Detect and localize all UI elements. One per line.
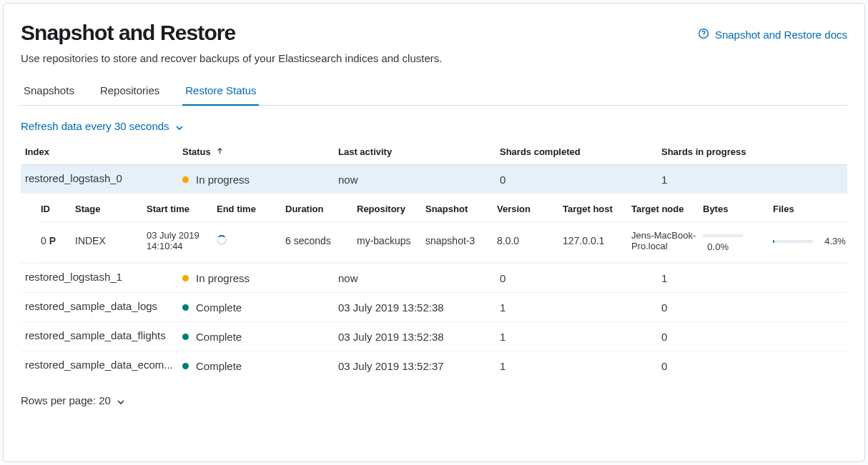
dth-end-time: End time	[217, 204, 285, 214]
row-detail-panel: ID Stage Start time End time Duration Re…	[21, 194, 847, 264]
shards-in-progress: 0	[661, 301, 822, 314]
page-subtitle: Use repositories to store and recover ba…	[21, 52, 442, 64]
shards-completed: 1	[500, 301, 661, 314]
status-dot-icon	[182, 363, 189, 369]
index-name: restored_logstash_1	[25, 271, 122, 283]
th-status[interactable]: Status	[182, 146, 338, 157]
status-dot-icon	[182, 334, 189, 340]
status-dot-icon	[182, 304, 189, 311]
index-name: restored_sample_data_logs	[25, 300, 157, 312]
th-index[interactable]: Index	[21, 146, 182, 157]
chevron-down-icon	[175, 122, 184, 131]
last-activity: now	[338, 174, 500, 186]
page-header: Snapshot and Restore Use repositories to…	[21, 21, 847, 77]
index-name: restored_logstash_0	[25, 172, 122, 184]
dth-id: ID	[41, 204, 75, 214]
bytes-percent: 0.0%	[703, 241, 729, 252]
shards-in-progress: 1	[661, 272, 822, 284]
shards-in-progress: 0	[661, 360, 822, 372]
last-activity: 03 July 2019 13:52:37	[338, 360, 500, 372]
rows-per-page-label: Rows per page: 20	[21, 394, 111, 406]
tab-repositories[interactable]: Repositories	[97, 77, 162, 105]
shard-duration: 6 seconds	[285, 235, 357, 246]
refresh-interval-label: Refresh data every 30 seconds	[21, 120, 169, 132]
index-name: restored_sample_data_flights	[25, 329, 166, 341]
dth-start-time: Start time	[147, 204, 217, 214]
chevron-down-icon	[117, 396, 125, 405]
shards-completed: 0	[500, 272, 661, 284]
last-activity: 03 July 2019 13:52:38	[338, 331, 500, 343]
shard-version: 8.0.0	[497, 235, 563, 246]
table-row[interactable]: restored_sample_data_ecom... Complete 03…	[21, 351, 847, 380]
help-icon	[698, 28, 709, 41]
shard-target-host: 127.0.0.1	[563, 235, 631, 246]
shard-target-node: Jens-MacBook-Pro.local	[631, 230, 703, 251]
status-text: Complete	[196, 331, 242, 343]
dth-snapshot: Snapshot	[425, 204, 497, 214]
shards-in-progress: 0	[661, 331, 822, 343]
shard-primary-badge: P	[49, 235, 56, 246]
snapshot-restore-panel: Snapshot and Restore Use repositories to…	[3, 3, 865, 462]
sort-ascending-icon	[216, 146, 224, 157]
page-title: Snapshot and Restore	[21, 21, 442, 45]
shard-stage: INDEX	[75, 235, 147, 246]
dth-bytes: Bytes	[703, 204, 773, 214]
bytes-progress-bar	[703, 234, 743, 237]
dth-duration: Duration	[285, 204, 357, 214]
shard-repository: my-backups	[357, 235, 425, 246]
table-row[interactable]: restored_sample_data_flights Complete 03…	[21, 322, 847, 351]
shards-completed: 0	[500, 174, 661, 186]
last-activity: 03 July 2019 13:52:38	[338, 301, 500, 314]
shards-in-progress: 1	[661, 174, 822, 186]
th-last-activity[interactable]: Last activity	[338, 146, 500, 157]
status-text: In progress	[196, 272, 250, 284]
table-row[interactable]: restored_logstash_0 In progress now 0 1	[21, 165, 847, 194]
dth-target-host: Target host	[563, 204, 631, 214]
restore-status-table: Index Status Last activity Shards comple…	[21, 142, 847, 380]
table-row[interactable]: restored_logstash_1 In progress now 0 1	[21, 264, 847, 293]
status-text: Complete	[196, 301, 242, 314]
files-progress-bar	[773, 240, 813, 243]
dth-target-node: Target node	[631, 204, 703, 214]
tabs: Snapshots Repositories Restore Status	[21, 77, 847, 106]
detail-row: 0 P INDEX 03 July 2019 14:10:44 6 second…	[41, 222, 847, 263]
status-dot-icon	[182, 176, 189, 183]
th-shards-in-progress[interactable]: Shards in progress	[661, 146, 822, 157]
spinner-icon	[217, 235, 227, 245]
shards-completed: 1	[500, 360, 661, 372]
status-dot-icon	[182, 275, 189, 281]
tab-snapshots[interactable]: Snapshots	[21, 77, 77, 105]
dth-stage: Stage	[75, 204, 147, 214]
docs-link-label: Snapshot and Restore docs	[715, 29, 847, 41]
shards-completed: 1	[500, 331, 661, 343]
svg-point-1	[703, 36, 704, 36]
dth-files: Files	[773, 204, 847, 214]
docs-link[interactable]: Snapshot and Restore docs	[698, 28, 847, 41]
table-row[interactable]: restored_sample_data_logs Complete 03 Ju…	[21, 293, 847, 322]
detail-header-row: ID Stage Start time End time Duration Re…	[41, 194, 847, 222]
shard-start-time: 03 July 2019 14:10:44	[147, 230, 217, 251]
status-text: In progress	[196, 174, 250, 186]
tab-restore-status[interactable]: Restore Status	[182, 77, 259, 105]
last-activity: now	[338, 272, 500, 284]
refresh-interval-button[interactable]: Refresh data every 30 seconds	[21, 120, 184, 132]
rows-per-page-button[interactable]: Rows per page: 20	[21, 394, 125, 406]
files-percent: 4.3%	[820, 236, 846, 246]
shard-snapshot: snapshot-3	[425, 235, 497, 246]
dth-repository: Repository	[357, 204, 425, 214]
dth-version: Version	[497, 204, 563, 214]
table-header-row: Index Status Last activity Shards comple…	[21, 142, 847, 165]
status-text: Complete	[196, 360, 242, 372]
shard-id: 0	[41, 235, 46, 246]
index-name: restored_sample_data_ecom...	[25, 359, 173, 371]
th-shards-completed[interactable]: Shards completed	[500, 146, 661, 157]
